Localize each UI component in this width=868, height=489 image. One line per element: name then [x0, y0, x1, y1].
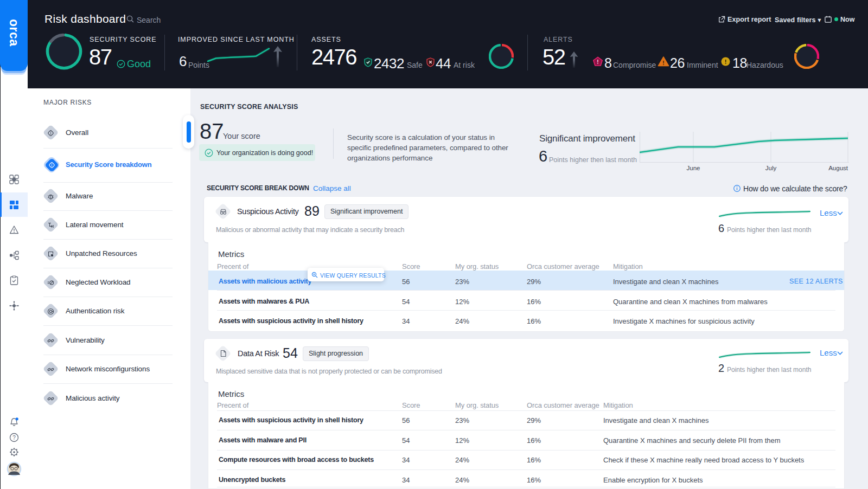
svg-text:!: ! — [725, 59, 727, 65]
svg-text:!: ! — [597, 59, 598, 65]
svg-text:!: ! — [662, 60, 664, 66]
svg-text:June: June — [687, 165, 700, 171]
svg-text:August: August — [828, 165, 848, 171]
svg-text:?: ? — [12, 435, 16, 441]
svg-text:July: July — [765, 165, 777, 171]
